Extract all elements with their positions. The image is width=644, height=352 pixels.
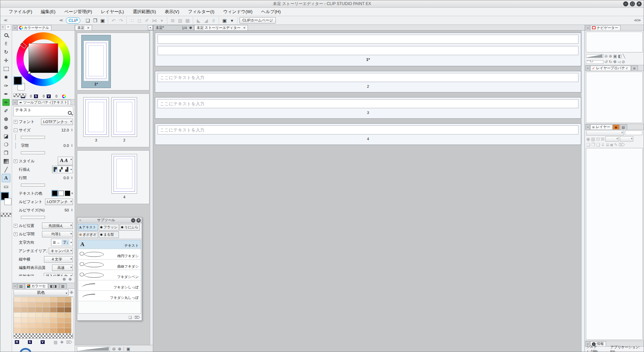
color-swatch[interactable] <box>57 323 65 328</box>
color-swatch[interactable] <box>14 313 21 318</box>
blend-mode-select[interactable] <box>586 130 624 135</box>
collapse-toolstrip-icon[interactable]: ≪ <box>2 18 8 23</box>
zoom-out-icon[interactable]: ⊖ <box>604 54 608 58</box>
decoration-tool-icon[interactable]: ❁ <box>2 123 10 132</box>
color-swatch[interactable] <box>14 307 21 313</box>
redo-icon[interactable]: ↷ <box>117 17 125 24</box>
delete-layer-icon[interactable]: ⌦ <box>619 142 625 147</box>
color-swatch[interactable] <box>14 318 21 323</box>
expand-icon[interactable]: + <box>14 232 17 236</box>
transparent-color-swatch[interactable] <box>13 93 26 97</box>
stepper[interactable]: ▲▼ <box>70 176 73 180</box>
display-quality-select[interactable]: 高速 <box>52 265 73 271</box>
expand-icon[interactable]: + <box>14 120 17 124</box>
delete-subtool-icon[interactable]: ⌦ <box>134 315 140 320</box>
color-swatch[interactable] <box>43 302 50 308</box>
tool-strip-tab-icon[interactable]: ✒ <box>6 25 11 30</box>
text-tool-icon[interactable]: A <box>2 174 10 182</box>
color-swatch[interactable] <box>21 328 29 334</box>
wrench-icon[interactable]: ✙ <box>69 277 72 282</box>
color-swatch[interactable] <box>14 302 21 308</box>
close-icon[interactable]: ✕ <box>243 26 246 30</box>
zoom-slider[interactable] <box>77 346 110 351</box>
subtool-group-tab-2[interactable]: ✹うにふら <box>120 224 140 231</box>
font-select[interactable]: I-OTFアンチッ <box>41 119 73 125</box>
tab-color-mixing[interactable]: ◧◨ <box>48 283 59 288</box>
subtool-item-1[interactable]: 楕円フキダシ <box>78 249 141 260</box>
open-file-icon[interactable]: ❐ <box>91 17 99 24</box>
reselect-icon[interactable]: ◻ <box>136 17 143 24</box>
ruby-size-slider[interactable] <box>21 216 45 219</box>
undo-icon[interactable]: ↶ <box>110 17 117 24</box>
tab-animation[interactable]: ≋ <box>631 66 638 71</box>
color-swatch[interactable] <box>65 302 72 308</box>
story-text-input[interactable] <box>158 125 578 134</box>
rotate-left-icon[interactable]: ↺ <box>604 60 608 64</box>
snap-ruler-icon[interactable]: ◣ <box>195 17 202 24</box>
navigator-preview[interactable] <box>586 32 643 52</box>
color-swatch[interactable] <box>50 307 57 313</box>
layer-visibility-icon[interactable]: ◉ <box>586 136 590 142</box>
color-swatch[interactable] <box>65 297 72 302</box>
menu-item-1[interactable]: 編集(E) <box>37 8 59 15</box>
align-center-icon[interactable]: ▞ <box>58 167 64 172</box>
page-thumbnail[interactable] <box>112 154 137 194</box>
leading-slider[interactable] <box>21 184 45 187</box>
color-swatch[interactable] <box>21 307 29 313</box>
tab-color-circle[interactable]: カラーサークル <box>17 25 51 30</box>
transparent-color-swatch[interactable] <box>1 213 11 217</box>
color-swatch[interactable] <box>14 297 21 302</box>
color-swatch[interactable] <box>65 313 72 318</box>
color-swatch[interactable] <box>50 318 57 323</box>
sv-marker[interactable] <box>28 71 31 74</box>
color-swatch[interactable] <box>21 302 29 308</box>
tab-layers[interactable]: ≋ レイヤー <box>590 124 612 129</box>
subtool-group-tab-4[interactable]: ✹まる型 <box>99 231 119 238</box>
color-set-select[interactable]: 肌色 <box>13 289 69 296</box>
reset-zoom-icon[interactable]: ╲ <box>623 54 625 58</box>
auto-select-tool-icon[interactable]: ✸ <box>2 73 10 81</box>
color-swatch[interactable] <box>28 302 36 308</box>
menu-item-3[interactable]: レイヤー(L) <box>97 8 128 15</box>
selection-dropdown-icon[interactable]: ▾ <box>158 17 165 24</box>
new-layer-icon[interactable]: ❏ <box>586 142 590 147</box>
subtool-item-0[interactable]: Aテキスト <box>78 240 141 249</box>
color-swatch[interactable] <box>65 328 72 334</box>
page-thumbnail[interactable] <box>83 97 109 137</box>
panel-menu-icon[interactable]: ≡ <box>0 25 6 30</box>
add-method-select[interactable]: 挿入位置を自 <box>44 273 73 276</box>
flip-horizontal-icon[interactable]: ◧ <box>618 54 621 58</box>
justify-select[interactable]: ▛▞▟▾ <box>52 166 73 173</box>
palette-icon[interactable]: ▤ <box>54 340 57 345</box>
color-swatch[interactable] <box>28 313 36 318</box>
color-swatch[interactable] <box>36 313 43 318</box>
size-slider[interactable] <box>21 136 45 139</box>
subtool-item-3[interactable]: フキダシペン <box>78 270 141 280</box>
subtool-group-tab-0[interactable]: Aテキスト <box>78 224 98 231</box>
color-swatch[interactable] <box>57 318 65 323</box>
merge-down-icon[interactable]: ⇓ <box>601 142 605 147</box>
color-swatch[interactable] <box>57 307 65 313</box>
tab-color-slider[interactable]: ▤ <box>17 283 25 288</box>
delete-color-icon[interactable]: ⌦ <box>66 340 72 345</box>
story-editor-scrollbar[interactable] <box>581 31 585 352</box>
panel-menu-icon[interactable]: ≡ <box>586 25 590 30</box>
rotate-right-icon[interactable]: ↻ <box>609 60 612 64</box>
menu-item-2[interactable]: ページ管理(P) <box>60 8 96 15</box>
color-swatch[interactable] <box>21 323 29 328</box>
snap-special-ruler-icon[interactable]: ◢ <box>202 17 210 24</box>
eyedropper-tool-icon[interactable]: ✑ <box>2 81 10 90</box>
color-swatch[interactable] <box>14 323 21 328</box>
color-swatch[interactable] <box>36 302 43 308</box>
color-swatch[interactable] <box>65 318 72 323</box>
color-swatch[interactable] <box>36 328 43 334</box>
panel-menu-icon[interactable]: ≡ <box>586 66 590 71</box>
wrench-icon[interactable]: ✙ <box>70 290 73 295</box>
page-list-scrollbar[interactable] <box>150 31 153 345</box>
search-icon[interactable] <box>68 111 72 115</box>
color-swatch[interactable] <box>50 313 57 318</box>
menu-item-6[interactable]: フィルター(I) <box>184 8 218 15</box>
color-swatch[interactable] <box>50 297 57 302</box>
color-wheel-toggle-icon[interactable] <box>62 94 66 98</box>
gradient-tool-icon[interactable] <box>2 157 10 165</box>
